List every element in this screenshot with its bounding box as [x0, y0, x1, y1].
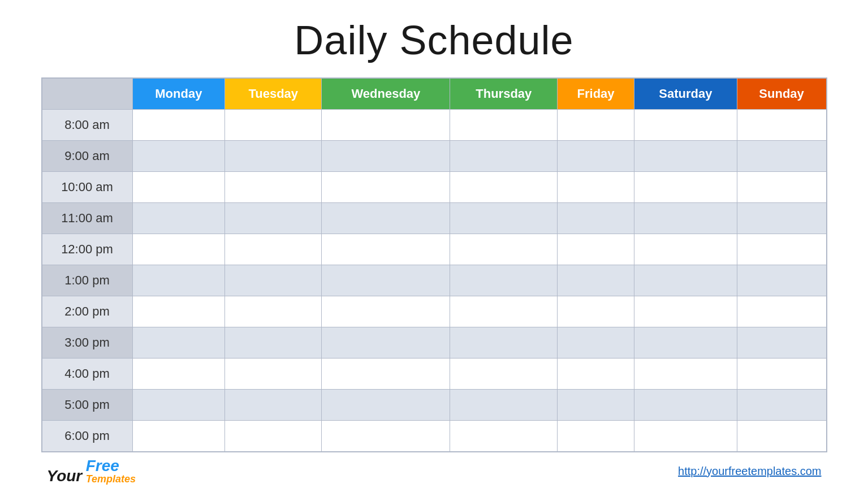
schedule-cell[interactable] — [225, 390, 322, 421]
schedule-cell[interactable] — [322, 296, 450, 327]
day-header-wednesday: Wednesday — [322, 79, 450, 110]
schedule-cell[interactable] — [132, 296, 225, 327]
time-cell: 3:00 pm — [42, 327, 132, 359]
schedule-cell[interactable] — [737, 421, 826, 452]
schedule-cell[interactable] — [558, 296, 634, 327]
time-cell: 2:00 pm — [42, 296, 132, 327]
schedule-cell[interactable] — [225, 110, 322, 141]
time-cell: 10:00 am — [42, 172, 132, 203]
schedule-cell[interactable] — [634, 265, 737, 296]
schedule-cell[interactable] — [225, 327, 322, 359]
schedule-cell[interactable] — [737, 172, 826, 203]
schedule-cell[interactable] — [132, 327, 225, 359]
day-header-saturday: Saturday — [634, 79, 737, 110]
schedule-cell[interactable] — [634, 110, 737, 141]
schedule-table: MondayTuesdayWednesdayThursdayFridaySatu… — [42, 78, 827, 452]
footer-link[interactable]: http://yourfreetemplates.com — [678, 465, 821, 478]
schedule-cell[interactable] — [450, 203, 558, 234]
page-title: Daily Schedule — [294, 17, 573, 63]
schedule-cell[interactable] — [322, 234, 450, 265]
schedule-cell[interactable] — [737, 265, 826, 296]
schedule-cell[interactable] — [450, 172, 558, 203]
day-header-thursday: Thursday — [450, 79, 558, 110]
schedule-cell[interactable] — [737, 234, 826, 265]
table-row: 11:00 am — [42, 203, 826, 234]
schedule-cell[interactable] — [634, 296, 737, 327]
schedule-cell[interactable] — [558, 421, 634, 452]
schedule-cell[interactable] — [225, 234, 322, 265]
schedule-cell[interactable] — [322, 421, 450, 452]
schedule-cell[interactable] — [634, 203, 737, 234]
schedule-cell[interactable] — [132, 110, 225, 141]
schedule-cell[interactable] — [225, 359, 322, 390]
schedule-cell[interactable] — [450, 141, 558, 172]
schedule-cell[interactable] — [225, 141, 322, 172]
schedule-cell[interactable] — [558, 110, 634, 141]
schedule-cell[interactable] — [737, 203, 826, 234]
schedule-cell[interactable] — [132, 421, 225, 452]
schedule-cell[interactable] — [558, 265, 634, 296]
schedule-cell[interactable] — [322, 172, 450, 203]
schedule-cell[interactable] — [634, 359, 737, 390]
schedule-cell[interactable] — [132, 265, 225, 296]
schedule-cell[interactable] — [322, 327, 450, 359]
schedule-cell[interactable] — [558, 390, 634, 421]
schedule-cell[interactable] — [737, 141, 826, 172]
day-header-friday: Friday — [558, 79, 634, 110]
schedule-cell[interactable] — [132, 234, 225, 265]
schedule-cell[interactable] — [322, 141, 450, 172]
schedule-cell[interactable] — [225, 421, 322, 452]
schedule-cell[interactable] — [450, 296, 558, 327]
schedule-cell[interactable] — [558, 172, 634, 203]
schedule-cell[interactable] — [634, 390, 737, 421]
day-header-tuesday: Tuesday — [225, 79, 322, 110]
time-cell: 4:00 pm — [42, 359, 132, 390]
schedule-cell[interactable] — [450, 327, 558, 359]
schedule-cell[interactable] — [450, 390, 558, 421]
schedule-cell[interactable] — [558, 359, 634, 390]
schedule-cell[interactable] — [737, 327, 826, 359]
table-row: 5:00 pm — [42, 390, 826, 421]
schedule-cell[interactable] — [225, 296, 322, 327]
table-row: 6:00 pm — [42, 421, 826, 452]
schedule-cell[interactable] — [450, 421, 558, 452]
schedule-cell[interactable] — [634, 234, 737, 265]
time-cell: 11:00 am — [42, 203, 132, 234]
table-row: 1:00 pm — [42, 265, 826, 296]
time-cell: 1:00 pm — [42, 265, 132, 296]
table-row: 3:00 pm — [42, 327, 826, 359]
schedule-cell[interactable] — [322, 265, 450, 296]
schedule-cell[interactable] — [558, 203, 634, 234]
schedule-cell[interactable] — [737, 359, 826, 390]
schedule-cell[interactable] — [322, 110, 450, 141]
schedule-cell[interactable] — [558, 141, 634, 172]
schedule-cell[interactable] — [322, 203, 450, 234]
schedule-cell[interactable] — [634, 172, 737, 203]
table-row: 10:00 am — [42, 172, 826, 203]
schedule-cell[interactable] — [737, 390, 826, 421]
schedule-cell[interactable] — [558, 234, 634, 265]
schedule-cell[interactable] — [737, 296, 826, 327]
schedule-cell[interactable] — [558, 327, 634, 359]
schedule-cell[interactable] — [450, 265, 558, 296]
schedule-cell[interactable] — [132, 141, 225, 172]
schedule-cell[interactable] — [737, 110, 826, 141]
schedule-cell[interactable] — [450, 234, 558, 265]
schedule-cell[interactable] — [450, 359, 558, 390]
table-row: 12:00 pm — [42, 234, 826, 265]
schedule-cell[interactable] — [634, 327, 737, 359]
schedule-cell[interactable] — [225, 172, 322, 203]
schedule-cell[interactable] — [132, 203, 225, 234]
schedule-cell[interactable] — [132, 172, 225, 203]
schedule-cell[interactable] — [450, 110, 558, 141]
schedule-cell[interactable] — [322, 359, 450, 390]
schedule-cell[interactable] — [634, 141, 737, 172]
schedule-table-wrapper: MondayTuesdayWednesdayThursdayFridaySatu… — [41, 77, 827, 452]
schedule-cell[interactable] — [322, 390, 450, 421]
schedule-cell[interactable] — [634, 421, 737, 452]
time-column-header — [42, 79, 132, 110]
schedule-cell[interactable] — [225, 203, 322, 234]
schedule-cell[interactable] — [132, 390, 225, 421]
schedule-cell[interactable] — [225, 265, 322, 296]
schedule-cell[interactable] — [132, 359, 225, 390]
